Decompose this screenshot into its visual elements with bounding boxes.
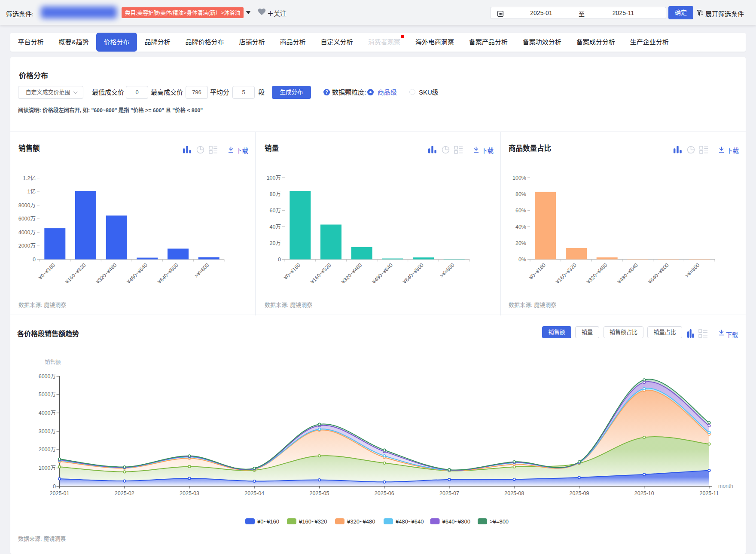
svg-text:¥480~¥640: ¥480~¥640	[125, 262, 149, 285]
svg-text:2025-04: 2025-04	[244, 490, 264, 496]
svg-text:1.2亿: 1.2亿	[23, 175, 36, 181]
svg-text:¥0~¥160: ¥0~¥160	[37, 262, 57, 282]
svg-text:¥160~¥320: ¥160~¥320	[64, 262, 87, 285]
svg-text:month: month	[718, 483, 733, 489]
svg-text:2025-06: 2025-06	[375, 490, 394, 496]
svg-text:数据来源: 魔镜洞察: 数据来源: 魔镜洞察	[265, 302, 312, 308]
svg-text:数据来源: 魔镜洞察: 数据来源: 魔镜洞察	[509, 302, 556, 308]
svg-text:80%: 80%	[515, 191, 526, 197]
svg-text:2000万: 2000万	[18, 243, 36, 249]
svg-text:60万: 60万	[270, 208, 281, 214]
svg-text:>¥=800: >¥=800	[490, 518, 509, 525]
svg-text:下载: 下载	[726, 147, 739, 154]
svg-text:6000万: 6000万	[18, 216, 36, 222]
svg-text:¥640~¥800: ¥640~¥800	[402, 262, 425, 285]
svg-text:6000万: 6000万	[39, 373, 56, 380]
svg-text:商品数量占比: 商品数量占比	[509, 144, 551, 152]
svg-text:>¥=800: >¥=800	[684, 262, 701, 279]
svg-text:¥640~¥800: ¥640~¥800	[156, 262, 180, 285]
svg-text:>¥=800: >¥=800	[193, 262, 210, 279]
svg-text:销售额: 销售额	[45, 359, 61, 365]
svg-text:¥320~¥480: ¥320~¥480	[94, 262, 118, 285]
svg-text:¥640~¥800: ¥640~¥800	[442, 518, 470, 525]
svg-text:40万: 40万	[270, 224, 281, 230]
svg-text:4000万: 4000万	[18, 230, 36, 236]
svg-text:¥160~¥320: ¥160~¥320	[309, 262, 332, 285]
svg-text:¥480~¥640: ¥480~¥640	[616, 262, 639, 285]
svg-text:销量: 销量	[265, 144, 279, 152]
svg-text:¥320~¥480: ¥320~¥480	[347, 518, 375, 525]
svg-text:100%: 100%	[512, 175, 526, 181]
svg-text:¥320~¥480: ¥320~¥480	[340, 262, 363, 285]
svg-text:4000万: 4000万	[39, 410, 56, 416]
svg-text:¥480~¥640: ¥480~¥640	[371, 262, 394, 285]
svg-text:下载: 下载	[726, 331, 738, 338]
svg-text:80万: 80万	[270, 191, 281, 197]
svg-text:2025-03: 2025-03	[180, 490, 199, 496]
svg-text:数据来源: 魔镜洞察: 数据来源: 魔镜洞察	[18, 302, 66, 308]
svg-text:¥480~¥640: ¥480~¥640	[395, 518, 424, 525]
svg-text:2025-02: 2025-02	[115, 490, 134, 496]
svg-text:2025-05: 2025-05	[310, 490, 329, 496]
svg-text:0: 0	[53, 484, 56, 490]
svg-text:8000万: 8000万	[18, 202, 36, 208]
svg-text:2025-07: 2025-07	[439, 490, 459, 496]
svg-text:¥160~¥320: ¥160~¥320	[555, 262, 578, 285]
svg-text:20万: 20万	[270, 240, 281, 246]
svg-text:60%: 60%	[515, 208, 526, 214]
svg-text:3000万: 3000万	[39, 429, 56, 435]
svg-text:100万: 100万	[267, 175, 281, 181]
svg-text:¥160~¥320: ¥160~¥320	[299, 518, 327, 525]
svg-text:2025-09: 2025-09	[570, 490, 589, 496]
svg-text:0: 0	[278, 257, 281, 263]
svg-text:2025-10: 2025-10	[634, 490, 654, 496]
svg-text:2000万: 2000万	[39, 447, 56, 453]
svg-text:0: 0	[33, 257, 36, 263]
svg-text:下载: 下载	[236, 147, 248, 154]
svg-text:¥640~¥800: ¥640~¥800	[647, 262, 670, 285]
svg-text:1亿: 1亿	[27, 188, 36, 195]
svg-text:¥0~¥160: ¥0~¥160	[283, 262, 302, 282]
svg-text:20%: 20%	[515, 240, 526, 246]
svg-text:2025-11: 2025-11	[700, 490, 719, 496]
svg-text:1000万: 1000万	[39, 465, 56, 471]
svg-text:¥320~¥480: ¥320~¥480	[585, 262, 608, 285]
svg-text:0%: 0%	[518, 257, 526, 263]
svg-text:40%: 40%	[515, 224, 526, 230]
svg-text:2025-08: 2025-08	[504, 490, 524, 496]
svg-text:¥0~¥160: ¥0~¥160	[257, 518, 279, 525]
svg-text:¥0~¥160: ¥0~¥160	[528, 262, 547, 282]
svg-text:2025-01: 2025-01	[50, 490, 70, 496]
svg-text:下载: 下载	[481, 147, 494, 154]
svg-text:销售额: 销售额	[18, 144, 40, 152]
svg-text:5000万: 5000万	[39, 392, 56, 398]
svg-text:>¥=800: >¥=800	[439, 262, 455, 279]
